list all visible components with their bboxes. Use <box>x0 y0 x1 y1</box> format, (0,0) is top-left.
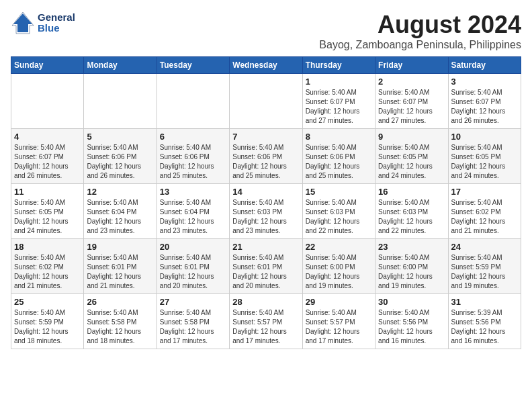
logo-icon <box>11 11 35 35</box>
day-info: Sunrise: 5:40 AM Sunset: 6:03 PM Dayligh… <box>232 198 299 236</box>
day-info: Sunrise: 5:40 AM Sunset: 6:06 PM Dayligh… <box>232 143 299 181</box>
calendar-cell: 11Sunrise: 5:40 AM Sunset: 6:05 PM Dayli… <box>11 184 84 239</box>
calendar-cell: 15Sunrise: 5:40 AM Sunset: 6:03 PM Dayli… <box>302 184 375 239</box>
day-number: 2 <box>378 77 445 87</box>
calendar-cell: 17Sunrise: 5:40 AM Sunset: 6:02 PM Dayli… <box>448 184 521 239</box>
day-number: 17 <box>451 187 518 197</box>
calendar-cell <box>230 74 302 129</box>
day-number: 13 <box>160 187 226 197</box>
calendar-cell: 23Sunrise: 5:40 AM Sunset: 6:00 PM Dayli… <box>375 239 448 294</box>
day-info: Sunrise: 5:40 AM Sunset: 6:03 PM Dayligh… <box>378 198 445 236</box>
day-info: Sunrise: 5:40 AM Sunset: 5:59 PM Dayligh… <box>451 253 518 291</box>
calendar-cell: 27Sunrise: 5:40 AM Sunset: 5:58 PM Dayli… <box>157 294 229 349</box>
day-info: Sunrise: 5:40 AM Sunset: 6:03 PM Dayligh… <box>306 198 372 236</box>
calendar-cell: 26Sunrise: 5:40 AM Sunset: 5:58 PM Dayli… <box>84 294 157 349</box>
day-number: 28 <box>232 297 299 307</box>
calendar-cell: 31Sunrise: 5:39 AM Sunset: 5:56 PM Dayli… <box>448 294 521 349</box>
day-info: Sunrise: 5:40 AM Sunset: 6:01 PM Dayligh… <box>87 253 153 291</box>
day-number: 24 <box>451 242 518 252</box>
calendar-cell <box>84 74 157 129</box>
day-number: 21 <box>232 242 299 252</box>
day-header-monday: Monday <box>84 57 157 74</box>
calendar-cell: 18Sunrise: 5:40 AM Sunset: 6:02 PM Dayli… <box>11 239 84 294</box>
day-info: Sunrise: 5:40 AM Sunset: 5:56 PM Dayligh… <box>378 308 445 346</box>
calendar-cell: 30Sunrise: 5:40 AM Sunset: 5:56 PM Dayli… <box>375 294 448 349</box>
day-header-friday: Friday <box>375 57 448 74</box>
day-info: Sunrise: 5:40 AM Sunset: 5:57 PM Dayligh… <box>306 308 372 346</box>
day-number: 29 <box>306 297 372 307</box>
day-number: 18 <box>14 242 81 252</box>
day-number: 19 <box>87 242 153 252</box>
day-info: Sunrise: 5:40 AM Sunset: 6:04 PM Dayligh… <box>160 198 226 236</box>
calendar-week-row: 4Sunrise: 5:40 AM Sunset: 6:07 PM Daylig… <box>11 129 521 184</box>
calendar-cell: 8Sunrise: 5:40 AM Sunset: 6:06 PM Daylig… <box>302 129 375 184</box>
calendar-cell <box>157 74 229 129</box>
day-info: Sunrise: 5:39 AM Sunset: 5:56 PM Dayligh… <box>451 308 518 346</box>
calendar-week-row: 11Sunrise: 5:40 AM Sunset: 6:05 PM Dayli… <box>11 184 521 239</box>
day-info: Sunrise: 5:40 AM Sunset: 6:00 PM Dayligh… <box>306 253 372 291</box>
day-info: Sunrise: 5:40 AM Sunset: 6:07 PM Dayligh… <box>451 88 518 126</box>
day-number: 30 <box>378 297 445 307</box>
day-info: Sunrise: 5:40 AM Sunset: 6:02 PM Dayligh… <box>451 198 518 236</box>
calendar-cell: 16Sunrise: 5:40 AM Sunset: 6:03 PM Dayli… <box>375 184 448 239</box>
day-number: 31 <box>451 297 518 307</box>
day-info: Sunrise: 5:40 AM Sunset: 6:06 PM Dayligh… <box>87 143 153 181</box>
day-info: Sunrise: 5:40 AM Sunset: 5:57 PM Dayligh… <box>232 308 299 346</box>
day-number: 10 <box>451 132 518 142</box>
day-number: 14 <box>232 187 299 197</box>
day-number: 22 <box>306 242 372 252</box>
calendar-cell: 10Sunrise: 5:40 AM Sunset: 6:05 PM Dayli… <box>448 129 521 184</box>
day-number: 26 <box>87 297 153 307</box>
calendar-cell: 9Sunrise: 5:40 AM Sunset: 6:05 PM Daylig… <box>375 129 448 184</box>
day-info: Sunrise: 5:40 AM Sunset: 5:59 PM Dayligh… <box>14 308 81 346</box>
calendar-cell: 29Sunrise: 5:40 AM Sunset: 5:57 PM Dayli… <box>302 294 375 349</box>
day-number: 7 <box>232 132 299 142</box>
day-number: 25 <box>14 297 81 307</box>
calendar-header-row: SundayMondayTuesdayWednesdayThursdayFrid… <box>11 57 521 74</box>
day-info: Sunrise: 5:40 AM Sunset: 6:07 PM Dayligh… <box>306 88 372 126</box>
calendar-cell: 28Sunrise: 5:40 AM Sunset: 5:57 PM Dayli… <box>230 294 302 349</box>
main-title: August 2024 <box>319 11 521 39</box>
calendar-cell: 14Sunrise: 5:40 AM Sunset: 6:03 PM Dayli… <box>230 184 302 239</box>
day-header-wednesday: Wednesday <box>230 57 302 74</box>
calendar-cell: 7Sunrise: 5:40 AM Sunset: 6:06 PM Daylig… <box>230 129 302 184</box>
day-info: Sunrise: 5:40 AM Sunset: 6:07 PM Dayligh… <box>14 143 81 181</box>
day-number: 8 <box>306 132 372 142</box>
calendar-cell: 5Sunrise: 5:40 AM Sunset: 6:06 PM Daylig… <box>84 129 157 184</box>
day-info: Sunrise: 5:40 AM Sunset: 6:06 PM Dayligh… <box>306 143 372 181</box>
day-info: Sunrise: 5:40 AM Sunset: 6:01 PM Dayligh… <box>232 253 299 291</box>
calendar-cell: 13Sunrise: 5:40 AM Sunset: 6:04 PM Dayli… <box>157 184 229 239</box>
day-info: Sunrise: 5:40 AM Sunset: 6:07 PM Dayligh… <box>378 88 445 126</box>
day-number: 6 <box>160 132 226 142</box>
title-block: August 2024 Bayog, Zamboanga Peninsula, … <box>319 11 521 51</box>
calendar-cell: 6Sunrise: 5:40 AM Sunset: 6:06 PM Daylig… <box>157 129 229 184</box>
day-number: 11 <box>14 187 81 197</box>
day-number: 4 <box>14 132 81 142</box>
day-number: 3 <box>451 77 518 87</box>
day-number: 9 <box>378 132 445 142</box>
day-number: 23 <box>378 242 445 252</box>
calendar-cell: 20Sunrise: 5:40 AM Sunset: 6:01 PM Dayli… <box>157 239 229 294</box>
calendar-cell: 24Sunrise: 5:40 AM Sunset: 5:59 PM Dayli… <box>448 239 521 294</box>
calendar-cell: 22Sunrise: 5:40 AM Sunset: 6:00 PM Dayli… <box>302 239 375 294</box>
day-number: 20 <box>160 242 226 252</box>
logo: General Blue <box>11 11 75 35</box>
day-header-sunday: Sunday <box>11 57 84 74</box>
day-number: 15 <box>306 187 372 197</box>
day-info: Sunrise: 5:40 AM Sunset: 6:06 PM Dayligh… <box>160 143 226 181</box>
calendar-cell: 19Sunrise: 5:40 AM Sunset: 6:01 PM Dayli… <box>84 239 157 294</box>
day-info: Sunrise: 5:40 AM Sunset: 6:05 PM Dayligh… <box>14 198 81 236</box>
day-info: Sunrise: 5:40 AM Sunset: 6:01 PM Dayligh… <box>160 253 226 291</box>
day-info: Sunrise: 5:40 AM Sunset: 6:05 PM Dayligh… <box>378 143 445 181</box>
day-number: 5 <box>87 132 153 142</box>
logo-text: General Blue <box>38 12 75 34</box>
calendar-cell: 1Sunrise: 5:40 AM Sunset: 6:07 PM Daylig… <box>302 74 375 129</box>
day-info: Sunrise: 5:40 AM Sunset: 6:05 PM Dayligh… <box>451 143 518 181</box>
calendar-table: SundayMondayTuesdayWednesdayThursdayFrid… <box>11 56 521 349</box>
calendar-cell: 12Sunrise: 5:40 AM Sunset: 6:04 PM Dayli… <box>84 184 157 239</box>
day-number: 16 <box>378 187 445 197</box>
subtitle: Bayog, Zamboanga Peninsula, Philippines <box>319 39 521 51</box>
calendar-week-row: 18Sunrise: 5:40 AM Sunset: 6:02 PM Dayli… <box>11 239 521 294</box>
calendar-cell: 21Sunrise: 5:40 AM Sunset: 6:01 PM Dayli… <box>230 239 302 294</box>
day-header-thursday: Thursday <box>302 57 375 74</box>
